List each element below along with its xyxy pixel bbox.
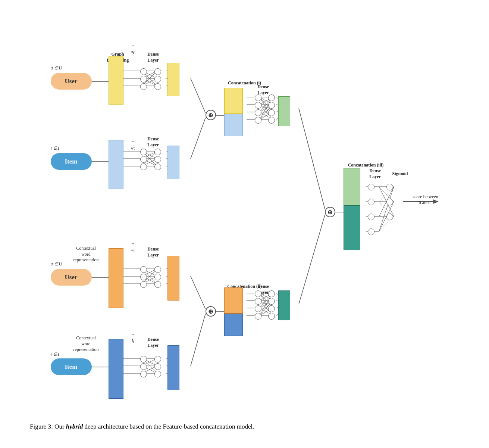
nn-circle — [140, 68, 147, 75]
uc-arrow-label: → uC — [131, 43, 136, 55]
nn-circle — [268, 305, 275, 312]
svg-line-119 — [299, 215, 325, 304]
nn-circle — [154, 76, 161, 83]
blue-med-block — [167, 345, 179, 390]
dense-layer-concat-iii-label: DenseLayer — [362, 168, 388, 180]
nn-circle — [140, 274, 147, 280]
nn-circle — [255, 117, 261, 124]
user-node-bottom: User — [51, 269, 92, 286]
contextual-word-user-label: Contextualwordrepresentation — [64, 246, 109, 263]
green-tall-concat-block — [344, 168, 360, 205]
ic-arrow-label: → iC — [131, 139, 135, 151]
nn-circle — [140, 363, 147, 370]
nn-circle — [255, 305, 261, 312]
nn-circle — [154, 164, 161, 170]
teal-small-block — [278, 290, 290, 320]
concat-orange-block — [224, 287, 243, 314]
diagram-lines — [30, 7, 459, 418]
concat-teal-bottom-block — [224, 314, 243, 336]
nn-circle — [140, 371, 147, 377]
nn-circle — [140, 266, 147, 273]
nn-circle — [268, 313, 275, 320]
dense-layer-top-item-label: DenseLayer — [140, 136, 166, 148]
blue-tall-block — [109, 339, 123, 399]
svg-line-91 — [191, 276, 206, 309]
nn-circle — [154, 274, 161, 280]
green-small-block — [278, 96, 290, 126]
blue-light-med-block — [167, 146, 179, 179]
nn-circle — [368, 184, 374, 190]
nn-circle — [368, 214, 374, 220]
nn-circle — [154, 156, 161, 163]
svg-line-34 — [191, 78, 206, 113]
it-arrow-label: → it — [131, 332, 135, 344]
nn-circle — [140, 83, 147, 90]
item-node-top: Item — [51, 153, 92, 170]
svg-line-35 — [191, 118, 206, 159]
nn-circle — [154, 266, 161, 273]
nn-circle — [268, 117, 275, 124]
nn-circle — [154, 83, 161, 90]
blue-light-tall-block — [109, 140, 123, 189]
nn-circle — [154, 371, 161, 377]
ut-arrow-label: → ut — [131, 241, 135, 253]
plus-circle-top: ⊕ — [206, 110, 216, 120]
nn-circle — [140, 164, 147, 170]
nn-circle — [154, 363, 161, 370]
nn-circle — [255, 298, 261, 305]
nn-circle — [154, 356, 161, 363]
u-in-U-bottom-label: u ∈ U — [51, 261, 62, 267]
orange-med-block — [167, 256, 179, 301]
plus-circle-bottom: ⊕ — [206, 306, 216, 317]
nn-circle — [386, 214, 393, 220]
u-in-U-top-label: u ∈ U — [51, 65, 62, 71]
orange-tall-block — [109, 248, 123, 308]
nn-circle — [386, 184, 393, 190]
nn-circle — [386, 199, 393, 205]
item-node-bottom: Item — [51, 358, 92, 375]
nn-circle — [140, 149, 147, 155]
nn-circle — [255, 102, 261, 109]
sigmoid-label: Sigmoid — [385, 171, 415, 177]
caption-text-prefix: Figure 3: Our — [30, 423, 66, 430]
dense-layer-top-user-label: DenseLayer — [140, 52, 166, 63]
concat-iii-label: Concatenation (iii) — [340, 162, 392, 168]
dense-layer-bottom-item-label: DenseLayer — [140, 337, 166, 348]
nn-circle — [255, 290, 261, 297]
dense-layer-concat-i-label: DenseLayer — [250, 84, 276, 96]
concat-yellow-block — [224, 88, 243, 114]
teal-tall-concat-block — [344, 205, 360, 250]
yellow-med-block — [167, 63, 179, 96]
nn-circle — [154, 149, 161, 155]
nn-circle — [154, 68, 161, 75]
nn-circle — [268, 109, 275, 116]
diagram-container: u ∈ U User GraphEmbedding → uC DenseLaye… — [30, 7, 459, 418]
nn-circle — [268, 298, 275, 305]
svg-line-92 — [191, 314, 206, 366]
nn-circle — [140, 76, 147, 83]
svg-line-118 — [299, 108, 325, 209]
i-in-I-bottom-label: i ∈ I — [51, 352, 59, 358]
nn-circle — [368, 199, 374, 205]
svg-line-134 — [379, 187, 394, 231]
nn-circle — [140, 356, 147, 363]
figure-caption: Figure 3: Our hybrid deep architecture b… — [0, 418, 489, 439]
caption-text-suffix: deep architecture based on the Feature-b… — [83, 423, 254, 430]
nn-circle — [255, 313, 261, 320]
contextual-word-item-label: Contextualwordrepresentation — [64, 335, 109, 353]
nn-circle — [255, 94, 261, 101]
yellow-tall-block — [109, 56, 123, 105]
nn-circle — [268, 102, 275, 109]
i-in-I-top-label: i ∈ I — [51, 146, 59, 152]
nn-circle — [154, 281, 161, 288]
score-label: score between0 and 1 — [405, 194, 446, 206]
nn-circle — [140, 281, 147, 288]
nn-circle — [268, 94, 275, 101]
nn-circle — [368, 228, 374, 235]
user-node-top: User — [51, 73, 92, 90]
nn-circle — [255, 109, 261, 116]
caption-text-italic: hybrid — [66, 423, 83, 430]
concat-blue-block — [224, 114, 243, 136]
dense-layer-bottom-user-label: DenseLayer — [140, 246, 166, 258]
nn-circle — [268, 290, 275, 297]
